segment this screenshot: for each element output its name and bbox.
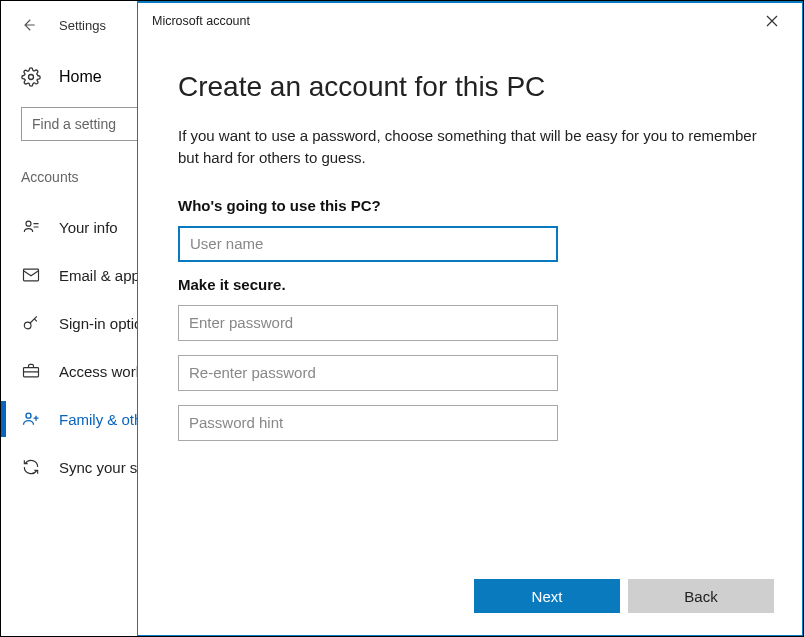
who-question: Who's going to use this PC? <box>178 197 762 214</box>
password-hint-input[interactable] <box>178 405 558 441</box>
settings-title: Settings <box>59 18 106 33</box>
back-arrow-icon[interactable] <box>19 16 37 34</box>
briefcase-icon <box>21 361 41 381</box>
home-label: Home <box>59 68 102 86</box>
secure-heading: Make it secure. <box>178 276 762 293</box>
password-confirm-input[interactable] <box>178 355 558 391</box>
dialog-description: If you want to use a password, choose so… <box>178 125 758 169</box>
key-icon <box>21 313 41 333</box>
password-input[interactable] <box>178 305 558 341</box>
svg-point-0 <box>29 75 34 80</box>
username-input[interactable] <box>178 226 558 262</box>
sidebar-item-label: Your info <box>59 219 118 236</box>
next-button[interactable]: Next <box>474 579 620 613</box>
svg-point-1 <box>26 221 31 226</box>
svg-rect-2 <box>24 269 39 281</box>
account-dialog: Microsoft account Create an account for … <box>137 1 803 636</box>
dialog-heading: Create an account for this PC <box>178 71 762 103</box>
mail-icon <box>21 265 41 285</box>
dialog-title: Microsoft account <box>152 14 250 28</box>
person-card-icon <box>21 217 41 237</box>
people-plus-icon <box>21 409 41 429</box>
back-button[interactable]: Back <box>628 579 774 613</box>
gear-icon <box>21 67 41 87</box>
sync-icon <box>21 457 41 477</box>
svg-point-5 <box>26 413 31 418</box>
close-button[interactable] <box>752 6 792 36</box>
svg-point-3 <box>24 322 31 329</box>
